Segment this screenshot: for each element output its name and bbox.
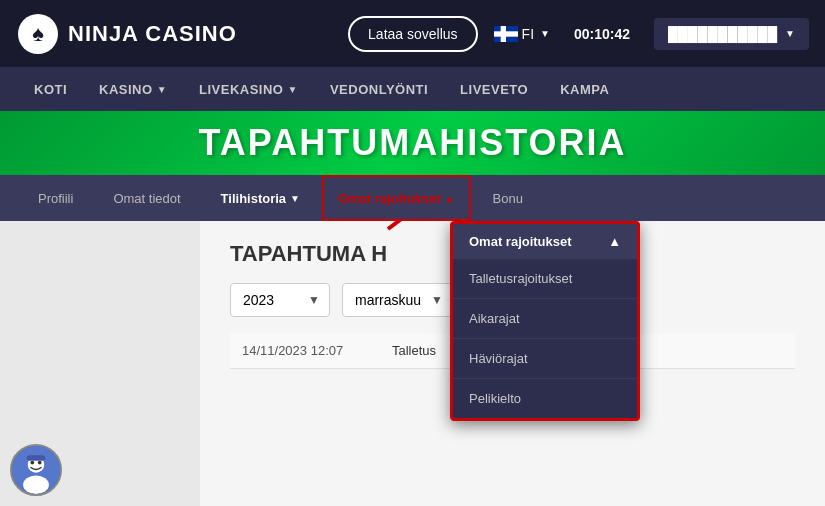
avatar-icon: [12, 446, 60, 494]
year-select[interactable]: 2023: [230, 283, 330, 317]
sub-nav-omat-tiedot[interactable]: Omat tiedot: [95, 175, 198, 221]
lang-chevron-icon: ▼: [540, 28, 550, 39]
language-selector[interactable]: FI ▼: [494, 26, 550, 42]
svg-point-9: [23, 476, 49, 494]
dropdown-header-arrow-icon: ▲: [608, 234, 621, 249]
header: ♠ NINJA CASINO Lataa sovellus FI ▼ 00:10…: [0, 0, 825, 67]
ninja-logo-icon: ♠: [16, 12, 60, 56]
omat-rajoitukset-arrow-icon: ▲: [445, 193, 455, 204]
svg-point-11: [38, 461, 42, 465]
dropdown-item-talletusrajoitukset[interactable]: Talletusrajoitukset: [453, 259, 637, 299]
nav-item-koti[interactable]: KOTI: [20, 67, 81, 111]
nav-item-kasino[interactable]: KASINO ▼: [85, 67, 181, 111]
dropdown-item-aikarajat[interactable]: Aikarajat: [453, 299, 637, 339]
livekasino-arrow-icon: ▼: [288, 84, 298, 95]
svg-rect-12: [27, 455, 45, 461]
balance-chevron-icon: ▼: [785, 28, 795, 39]
user-balance[interactable]: ███████████ ▼: [654, 18, 809, 50]
logo-text: NINJA CASINO: [68, 21, 237, 47]
banner-title: TAPAHTUMAHISTORIA: [199, 122, 627, 164]
logo-area: ♠ NINJA CASINO: [16, 12, 332, 56]
balance-value: ███████████: [668, 26, 777, 42]
session-timer: 00:10:42: [574, 26, 630, 42]
month-select-wrapper: marraskuu ▼: [342, 283, 453, 317]
dropdown-item-pelikielto[interactable]: Pelikielto: [453, 379, 637, 418]
kasino-arrow-icon: ▼: [157, 84, 167, 95]
sub-nav: Profiili Omat tiedot Tilihistoria ▼ Omat…: [0, 175, 825, 221]
nav-item-kampa[interactable]: KAMPA: [546, 67, 623, 111]
sub-nav-tilihistoria[interactable]: Tilihistoria ▼: [203, 175, 318, 221]
nav-item-vedonlyonti[interactable]: VEDONLYÖNTI: [316, 67, 442, 111]
avatar[interactable]: [10, 444, 62, 496]
sub-nav-profiili[interactable]: Profiili: [20, 175, 91, 221]
year-select-wrapper: 2023 ▼: [230, 283, 330, 317]
finland-flag-icon: [494, 26, 518, 42]
sub-nav-omat-rajoitukset[interactable]: Omat rajoitukset ▲: [322, 175, 471, 221]
nav-item-livekasino[interactable]: LIVEKASINO ▼: [185, 67, 312, 111]
dropdown-header-label: Omat rajoitukset: [469, 234, 572, 249]
nav-item-liveveto[interactable]: LIVEVETO: [446, 67, 542, 111]
main-nav: KOTI KASINO ▼ LIVEKASINO ▼ VEDONLYÖNTI L…: [0, 67, 825, 111]
dropdown-header[interactable]: Omat rajoitukset ▲: [453, 224, 637, 259]
omat-rajoitukset-dropdown: Omat rajoitukset ▲ Talletusrajoitukset A…: [450, 221, 640, 421]
svg-rect-4: [500, 26, 505, 42]
row-type: Talletus: [392, 343, 436, 358]
content-area: TAPAHTUMA H 2023 ▼ marraskuu ▼ 14/11/202…: [0, 221, 825, 506]
dropdown-item-haviorajat[interactable]: Häviörajat: [453, 339, 637, 379]
download-app-button[interactable]: Lataa sovellus: [348, 16, 478, 52]
svg-point-10: [30, 461, 34, 465]
lang-label: FI: [522, 26, 534, 42]
tilihistoria-arrow-icon: ▼: [290, 193, 300, 204]
sub-nav-bonu[interactable]: Bonu: [475, 175, 541, 221]
page-banner: TAPAHTUMAHISTORIA: [0, 111, 825, 175]
row-date: 14/11/2023 12:07: [242, 343, 372, 358]
svg-text:♠: ♠: [32, 21, 44, 46]
month-select[interactable]: marraskuu: [342, 283, 453, 317]
